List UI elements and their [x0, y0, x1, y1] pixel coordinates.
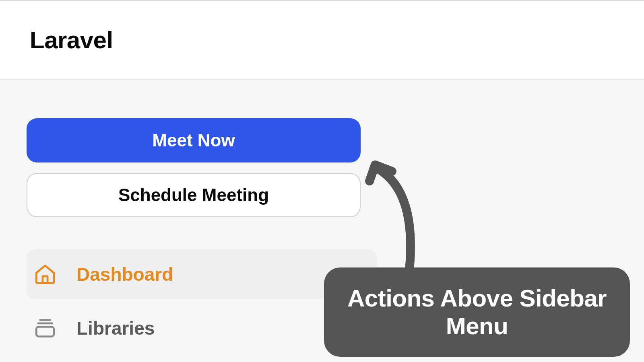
schedule-meeting-label: Schedule Meeting — [118, 185, 269, 205]
annotation-bubble: Actions Above Sidebar Menu — [324, 267, 630, 357]
sidebar-item-label: Dashboard — [76, 263, 173, 285]
annotation-text: Actions Above Sidebar Menu — [347, 285, 607, 339]
meet-now-label: Meet Now — [152, 130, 235, 150]
home-icon — [33, 262, 57, 286]
page-title: Laravel — [30, 26, 113, 54]
schedule-meeting-button[interactable]: Schedule Meeting — [27, 173, 361, 217]
sidebar-item-label: Libraries — [76, 317, 155, 339]
stack-icon — [33, 316, 57, 340]
header: Laravel — [0, 0, 644, 80]
svg-rect-0 — [36, 327, 54, 336]
meet-now-button[interactable]: Meet Now — [27, 118, 361, 162]
